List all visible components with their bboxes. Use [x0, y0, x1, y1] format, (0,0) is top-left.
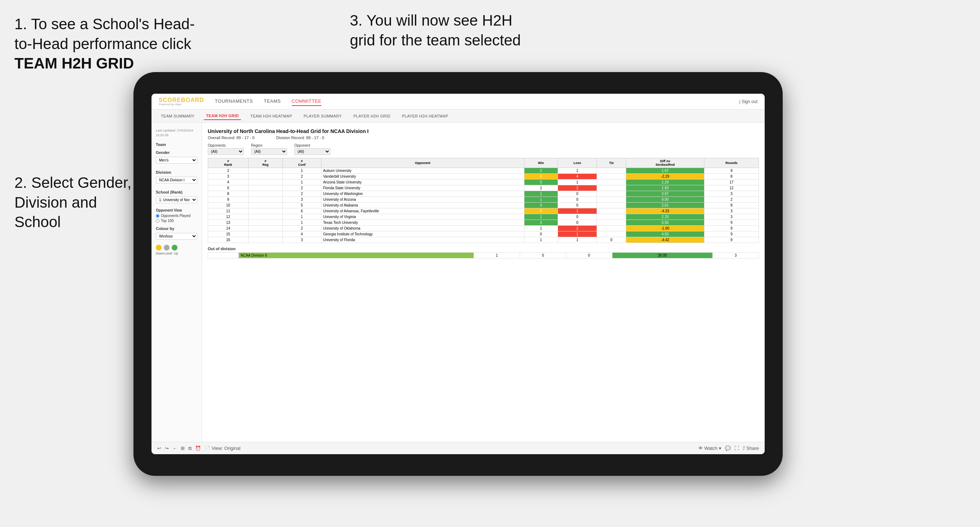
sub-nav: TEAM SUMMARY TEAM H2H GRID TEAM H2H HEAT… [151, 110, 765, 122]
tab-team-h2h-heatmap[interactable]: TEAM H2H HEATMAP [248, 113, 294, 120]
filter-opponent: Opponent (All) [294, 143, 330, 155]
gender-label: Gender [156, 150, 197, 155]
opponent-view-group: Opponent View Opponents Played Top 100 [156, 208, 197, 223]
col-reg: #Reg [248, 158, 282, 168]
table-row: 13 1 Texas Tech University 3 0 5.56 9 [208, 220, 759, 225]
opponents-filter-select[interactable]: (All) [208, 148, 244, 155]
tab-player-summary[interactable]: PLAYER SUMMARY [302, 113, 344, 120]
radio-opponents-played[interactable]: Opponents Played [156, 214, 197, 218]
watch-button[interactable]: 👁 Watch ▾ [698, 446, 721, 451]
tab-team-summary[interactable]: TEAM SUMMARY [159, 113, 197, 120]
col-opponent: Opponent [321, 158, 524, 168]
tablet-device: SCOREBOARD Powered by clippi TOURNAMENTS… [134, 72, 783, 476]
share-button[interactable]: ⤴ Share [743, 446, 759, 451]
out-of-division-row: NCAA Division II 1 0 0 26.00 3 [208, 253, 759, 259]
logo-text: SCOREBOARD [159, 97, 204, 103]
col-conf: #Conf [282, 158, 321, 168]
sidebar: Last Updated: 27/03/2024 16:55:38 Team G… [151, 122, 202, 442]
school-label: School (Rank) [156, 190, 197, 194]
dot-down [156, 245, 162, 251]
undo-button[interactable]: ↩ [157, 446, 161, 451]
copy-button[interactable]: ⧉ [188, 446, 191, 451]
logo: SCOREBOARD Powered by clippi [159, 97, 204, 106]
nav-committee[interactable]: COMMITTEE [292, 97, 322, 106]
gender-select[interactable]: Men's [156, 157, 197, 163]
colour-dots [156, 245, 197, 251]
crop-button[interactable]: ⊞ [181, 446, 185, 451]
logo-sub: Powered by clippi [159, 103, 204, 106]
colour-labels: Down Level Up [156, 252, 197, 255]
radio-top100[interactable]: Top 100 [156, 219, 197, 223]
back-button[interactable]: ← [172, 446, 177, 451]
col-tie: Tie [597, 158, 626, 168]
table-row: 16 3 University of Florida 1 1 0 -4.42 9 [208, 237, 759, 243]
main-content: Last Updated: 27/03/2024 16:55:38 Team G… [151, 122, 765, 442]
region-filter-select[interactable]: (All) [251, 148, 287, 155]
table-row: 11 6 University of Arkansas, Fayettevill… [208, 208, 759, 214]
table-row: 15 4 Georgia Institute of Technology 0 1… [208, 232, 759, 237]
division-label: Division [156, 170, 197, 175]
colour-select[interactable]: Win/loss [156, 233, 197, 240]
col-win: Win [524, 158, 558, 168]
nav-links: TOURNAMENTS TEAMS COMMITTEE [215, 97, 740, 106]
clock-button[interactable]: ⏰ [195, 446, 201, 451]
school-select[interactable]: 1. University of Nort... [156, 197, 197, 203]
timestamp: Last Updated: 27/03/2024 16:55:38 [156, 128, 197, 137]
team-label: Team [156, 142, 197, 147]
grid-title: University of North Carolina Head-to-Hea… [208, 128, 759, 134]
col-rounds: Rounds [705, 158, 759, 168]
col-loss: Loss [558, 158, 597, 168]
nav-tournaments[interactable]: TOURNAMENTS [215, 97, 253, 106]
tablet-screen: SCOREBOARD Powered by clippi TOURNAMENTS… [151, 94, 765, 454]
data-table: #Rank #Reg #Conf Opponent Win Loss Tie D… [208, 158, 759, 243]
filter-region: Region (All) [251, 143, 287, 155]
table-row: 4 1 Arizona State University 5 1 2.29 17 [208, 179, 759, 185]
comment-button[interactable]: 💬 [725, 446, 731, 451]
table-row: 6 2 Florida State University 1 2 1.83 12 [208, 185, 759, 191]
sign-out-button[interactable]: | Sign out [740, 99, 758, 104]
annotation-step1: 1. To see a School's Head- to-Head perfo… [14, 14, 195, 73]
division-select[interactable]: NCAA Division I [156, 177, 197, 184]
table-row: 12 1 University of Virginia 1 0 2.33 3 [208, 214, 759, 220]
present-button[interactable]: ⛶ [734, 446, 739, 451]
redo-button[interactable]: ↪ [165, 446, 169, 451]
filter-row: Opponents: (All) Region (All) Opponent [208, 143, 759, 155]
annotation-step2: 2. Select Gender, Division and School [14, 173, 132, 232]
tab-player-h2h-heatmap[interactable]: PLAYER H2H HEATMAP [399, 113, 450, 120]
tab-team-h2h-grid[interactable]: TEAM H2H GRID [204, 112, 241, 120]
col-diff: Diff AvStrokes/Rnd [626, 158, 705, 168]
colour-section: Colour by Win/loss Down Level Up [156, 226, 197, 255]
table-row: 14 2 University of Oklahoma 1 2 -1.00 9 [208, 225, 759, 232]
dot-up [172, 245, 177, 251]
table-row: 8 2 University of Washington 1 0 3.67 3 [208, 191, 759, 197]
table-row: 3 2 Vanderbilt University 0 4 -2.29 8 [208, 174, 759, 179]
dot-level [164, 245, 170, 251]
col-rank: #Rank [208, 158, 248, 168]
opponent-filter-select[interactable]: (All) [294, 148, 330, 155]
table-row: 10 5 University of Alabama 3 0 2.61 8 [208, 203, 759, 208]
out-of-division: Out of division NCAA Division II 1 0 0 2… [208, 246, 759, 259]
filter-opponents: Opponents: (All) [208, 143, 244, 155]
annotation-step3: 3. You will now see H2H grid for the tea… [350, 11, 521, 50]
out-division-name: NCAA Division II [239, 253, 474, 259]
grid-area: University of North Carolina Head-to-Hea… [202, 122, 765, 442]
tab-player-h2h-grid[interactable]: PLAYER H2H GRID [351, 113, 393, 120]
nav-teams[interactable]: TEAMS [264, 97, 281, 106]
table-row: 2 1 Auburn University 2 1 1.67 9 [208, 168, 759, 174]
nav-bar: SCOREBOARD Powered by clippi TOURNAMENTS… [151, 94, 765, 110]
grid-records: Overall Record: 89 - 17 - 0 Division Rec… [208, 135, 759, 140]
out-of-division-table: NCAA Division II 1 0 0 26.00 3 [208, 252, 759, 259]
bottom-toolbar: ↩ ↪ ← ⊞ ⧉ ⏰ 📄 View: Original 👁 Watch ▾ 💬… [151, 442, 765, 454]
table-row: 9 3 University of Arizona 1 0 9.00 2 [208, 197, 759, 203]
view-original-button[interactable]: 📄 View: Original [205, 446, 240, 451]
